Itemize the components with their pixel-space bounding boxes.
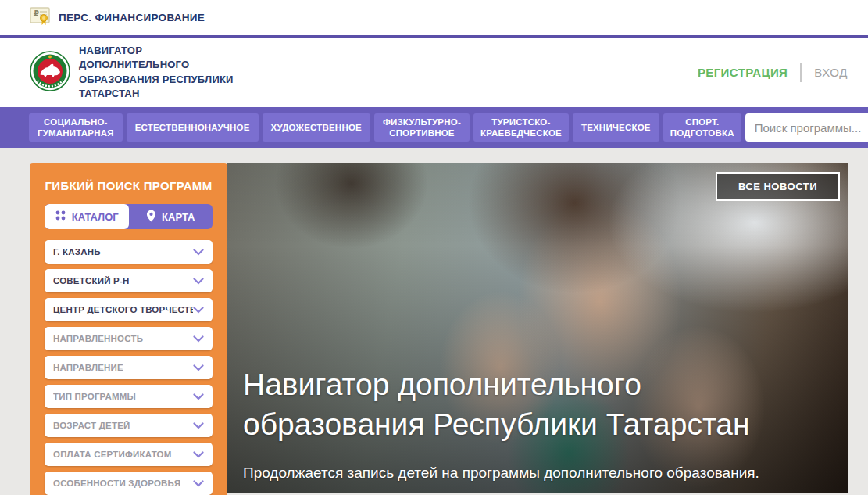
main-content: ГИБКИЙ ПОИСК ПРОГРАММ КАТАЛОГ: [0, 148, 868, 495]
map-pin-icon: [146, 210, 156, 224]
filter-children-age-select[interactable]: ВОЗРАСТ ДЕТЕЙ: [45, 414, 213, 437]
registration-link[interactable]: РЕГИСТРАЦИЯ: [698, 66, 788, 79]
nav-item-natural-science[interactable]: ЕСТЕСТВЕННОНАУЧНОЕ: [127, 113, 259, 142]
filter-organization-select[interactable]: ЦЕНТР ДЕТСКОГО ТВОРЧЕСТВА «...: [45, 298, 213, 321]
chevron-down-icon: [193, 476, 204, 490]
all-news-button[interactable]: ВСЕ НОВОСТИ: [716, 172, 840, 201]
sidebar-title: ГИБКИЙ ПОИСК ПРОГРАММ: [45, 179, 213, 192]
pers-financing-link[interactable]: ₽ ПЕРС. ФИНАНСИРОВАНИЕ: [30, 6, 205, 29]
flexible-search-sidebar: ГИБКИЙ ПОИСК ПРОГРАММ КАТАЛОГ: [30, 163, 227, 495]
chevron-down-icon: [193, 360, 204, 375]
site-header: НАВИГАТОР ДОПОЛНИТЕЛЬНОГО ОБРАЗОВАНИЯ РЕ…: [0, 38, 868, 107]
tab-catalog[interactable]: КАТАЛОГ: [45, 204, 129, 229]
tab-map-label: КАРТА: [162, 211, 195, 223]
hero-subtitle: Продолжается запись детей на программы д…: [243, 465, 824, 482]
filter-program-type-select[interactable]: ТИП ПРОГРАММЫ: [45, 385, 213, 408]
program-search: [745, 113, 868, 142]
chevron-down-icon: [193, 389, 204, 404]
view-toggle: КАТАЛОГ КАРТА: [45, 204, 213, 229]
nav-item-sport-training[interactable]: СПОРТ. ПОДГОТОВКА: [663, 113, 741, 142]
category-nav: СОЦИАЛЬНО-ГУМАНИТАРНАЯ ЕСТЕСТВЕННОНАУЧНО…: [0, 107, 868, 148]
hero-text-block: Навигатор дополнительного образования Ре…: [243, 365, 824, 482]
nav-item-art[interactable]: ХУДОЖЕСТВЕННОЕ: [263, 113, 370, 142]
brand[interactable]: НАВИГАТОР ДОПОЛНИТЕЛЬНОГО ОБРАЗОВАНИЯ РЕ…: [30, 44, 247, 101]
chevron-down-icon: [193, 447, 204, 461]
nav-item-social-humanitarian[interactable]: СОЦИАЛЬНО-ГУМАНИТАРНАЯ: [29, 113, 123, 142]
auth-links: РЕГИСТРАЦИЯ ВХОД: [698, 63, 848, 82]
filter-certificate-payment-select[interactable]: ОПЛАТА СЕРТИФИКАТОМ: [45, 443, 213, 466]
chevron-down-icon: [193, 245, 204, 259]
svg-text:₽: ₽: [34, 9, 39, 18]
chevron-down-icon: [193, 332, 204, 346]
nav-item-technical[interactable]: ТЕХНИЧЕСКОЕ: [573, 113, 659, 142]
filter-direction-select[interactable]: НАПРАВЛЕНИЕ: [45, 356, 213, 379]
brand-title: НАВИГАТОР ДОПОЛНИТЕЛЬНОГО ОБРАЗОВАНИЯ РЕ…: [79, 44, 247, 101]
nav-item-physical-sport[interactable]: ФИЗКУЛЬТУРНО-СПОРТИВНОЕ: [374, 113, 470, 142]
filter-city-select[interactable]: Г. КАЗАНЬ: [45, 240, 213, 264]
filter-health-features-select[interactable]: ОСОБЕННОСТИ ЗДОРОВЬЯ: [45, 472, 213, 495]
filter-district-select[interactable]: СОВЕТСКИЙ Р-Н: [45, 269, 213, 292]
filter-orientation-select[interactable]: НАПРАВЛЕННОСТЬ: [45, 327, 213, 350]
nav-item-tourism-local[interactable]: ТУРИСТСКО-КРАЕВЕДЧЕСКОЕ: [473, 113, 569, 142]
chevron-down-icon: [193, 274, 204, 288]
auth-separator: [800, 63, 802, 82]
search-input[interactable]: [745, 113, 868, 142]
tatarstan-emblem-logo: [30, 51, 70, 95]
catalog-grid-icon: [55, 210, 66, 224]
chevron-down-icon: [193, 418, 204, 432]
tab-map[interactable]: КАРТА: [129, 204, 213, 229]
tab-catalog-label: КАТАЛОГ: [72, 211, 119, 223]
hero-title: Навигатор дополнительного образования Ре…: [243, 365, 824, 444]
login-link[interactable]: ВХОД: [814, 66, 848, 79]
top-bar: ₽ ПЕРС. ФИНАНСИРОВАНИЕ: [0, 0, 868, 38]
certificate-icon: ₽: [30, 6, 51, 29]
hero-banner: ВСЕ НОВОСТИ Навигатор дополнительного об…: [227, 163, 848, 493]
pers-financing-label: ПЕРС. ФИНАНСИРОВАНИЕ: [59, 12, 205, 23]
chevron-down-icon: [193, 303, 204, 317]
